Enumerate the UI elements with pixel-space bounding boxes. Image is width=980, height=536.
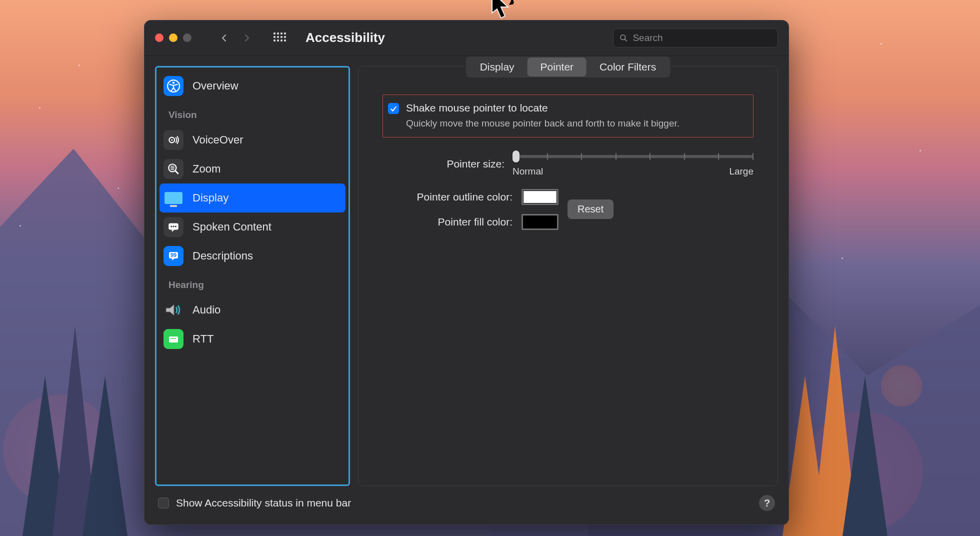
sidebar[interactable]: Overview Vision VoiceOver Zoom Display: [155, 66, 350, 486]
window-title: Accessibility: [306, 30, 385, 46]
voiceover-icon: [164, 130, 184, 150]
system-preferences-window: Accessibility Overview Vision VoiceOver: [144, 20, 789, 525]
status-checkbox[interactable]: [158, 498, 169, 508]
sidebar-item-descriptions[interactable]: 99 Descriptions: [156, 242, 348, 270]
descriptions-icon: 99: [164, 246, 184, 266]
status-label: Show Accessibility status in menu bar: [176, 497, 752, 509]
spoken-content-icon: [164, 217, 184, 237]
slider-min-label: Normal: [512, 166, 543, 177]
show-all-icon[interactable]: [274, 32, 284, 44]
svg-point-5: [171, 139, 172, 140]
search-input[interactable]: [632, 32, 772, 44]
sidebar-label: RTT: [192, 332, 214, 346]
tab-display[interactable]: Display: [467, 58, 528, 76]
pointer-size-label: Pointer size:: [382, 158, 512, 170]
help-button[interactable]: ?: [759, 495, 775, 511]
svg-rect-20: [174, 338, 174, 339]
minimize-button[interactable]: [169, 34, 178, 42]
sidebar-label: Spoken Content: [192, 220, 272, 234]
titlebar: Accessibility: [144, 20, 789, 56]
footer: Show Accessibility status in menu bar ?: [144, 486, 789, 525]
maximize-button[interactable]: [183, 34, 192, 42]
segmented-tabs: Display Pointer Color Filters: [466, 56, 670, 78]
sidebar-label: Zoom: [192, 162, 220, 176]
content-pane: Display Pointer Color Filters Shake mous…: [358, 66, 778, 486]
outline-color-well[interactable]: [522, 189, 558, 205]
search-field[interactable]: [613, 28, 778, 48]
forward-button[interactable]: [242, 34, 252, 42]
svg-text:99: 99: [170, 252, 176, 258]
sidebar-label: Audio: [192, 304, 220, 316]
zoom-icon: [164, 159, 184, 179]
outline-color-label: Pointer outline color:: [382, 191, 512, 203]
sidebar-item-zoom[interactable]: Zoom: [156, 154, 348, 184]
section-hearing-label: Hearing: [156, 270, 348, 296]
svg-point-3: [172, 82, 174, 84]
sidebar-item-audio[interactable]: Audio: [156, 296, 348, 324]
svg-rect-21: [175, 338, 176, 339]
close-button[interactable]: [155, 34, 164, 42]
shake-description: Quickly move the mouse pointer back and …: [406, 117, 680, 130]
search-icon: [620, 34, 628, 42]
svg-rect-18: [170, 338, 172, 339]
svg-point-12: [170, 226, 172, 227]
fill-color-label: Pointer fill color:: [382, 216, 512, 228]
fill-color-well[interactable]: [522, 214, 558, 230]
nav-arrows: [220, 34, 252, 42]
sidebar-item-display[interactable]: Display: [160, 184, 346, 212]
svg-line-7: [175, 170, 178, 174]
audio-icon: [164, 300, 184, 320]
shake-checkbox[interactable]: [388, 103, 399, 114]
reset-button[interactable]: Reset: [568, 200, 614, 219]
sidebar-label: VoiceOver: [192, 134, 244, 146]
display-icon: [164, 188, 184, 208]
tab-color-filters[interactable]: Color Filters: [586, 58, 669, 76]
sidebar-label: Descriptions: [192, 250, 253, 262]
sidebar-item-spoken-content[interactable]: Spoken Content: [156, 212, 348, 242]
sidebar-item-voiceover[interactable]: VoiceOver: [156, 126, 348, 154]
sidebar-label: Overview: [192, 80, 238, 92]
highlighted-setting: Shake mouse pointer to locate Quickly mo…: [382, 94, 754, 138]
svg-point-13: [172, 226, 174, 227]
sidebar-item-overview[interactable]: Overview: [156, 72, 348, 100]
svg-point-14: [175, 226, 176, 227]
checkmark-icon: [390, 104, 398, 112]
accessibility-icon: [164, 76, 184, 96]
tab-pointer[interactable]: Pointer: [528, 58, 587, 76]
window-controls: [155, 34, 192, 42]
sidebar-item-rtt[interactable]: RTT: [156, 324, 348, 354]
rtt-icon: [164, 329, 184, 349]
back-button[interactable]: [220, 34, 228, 42]
svg-line-1: [624, 39, 626, 41]
svg-rect-17: [169, 336, 178, 342]
slider-max-label: Large: [729, 166, 754, 177]
pointer-size-slider[interactable]: Normal Large: [512, 152, 754, 177]
svg-rect-19: [172, 338, 173, 339]
shake-label: Shake mouse pointer to locate: [406, 102, 680, 114]
sidebar-label: Display: [192, 192, 228, 204]
section-vision-label: Vision: [156, 100, 348, 126]
slider-thumb[interactable]: [512, 150, 520, 162]
